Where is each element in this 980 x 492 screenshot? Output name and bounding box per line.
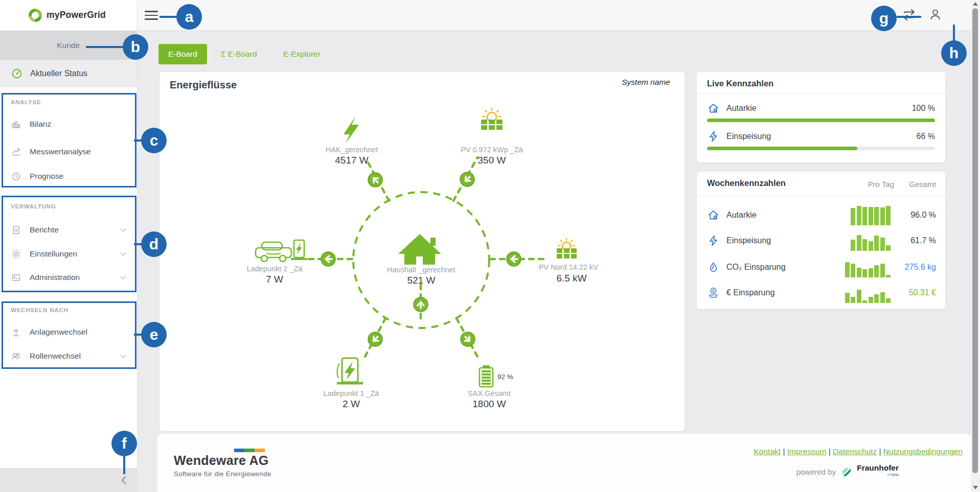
ev-charging-icon — [256, 240, 307, 262]
feed-in-icon — [707, 130, 720, 143]
flow-arrow-to-charge1-icon — [365, 329, 385, 349]
week-bar — [880, 264, 885, 277]
annotation-box-e — [2, 301, 136, 369]
savings-icon: € — [707, 287, 720, 299]
week-bar — [874, 207, 879, 225]
hamburger-menu-icon[interactable] — [145, 11, 158, 20]
link-kontakt[interactable]: Kontakt — [754, 447, 781, 456]
sidebar-item-aktueller-status[interactable]: Aktueller Status — [0, 60, 137, 87]
collapse-sidebar-icon[interactable] — [121, 476, 126, 484]
week-bar — [886, 206, 891, 225]
link-datenschutz[interactable]: Datenschutz — [833, 447, 877, 456]
panel-title: Live Kennzahlen — [707, 79, 773, 88]
charging-station-icon — [337, 358, 363, 383]
week-row-euro: € € Einsparung 50.31 € — [707, 282, 936, 304]
week-row-einspeisung: Einspeisung 61.7 % — [707, 229, 936, 252]
annotation-box-c — [2, 93, 136, 188]
week-bar — [862, 239, 867, 251]
panel-title: Wochenkennzahlen — [707, 178, 786, 188]
annotation-c: c — [141, 128, 167, 153]
week-bar — [857, 235, 861, 251]
customer-role-label: Kunde — [57, 41, 80, 50]
week-bar — [869, 207, 873, 225]
link-separator: | — [783, 447, 787, 456]
week-bar — [869, 241, 873, 251]
link-nutzungsbedingungen[interactable]: Nutzungsbedingungen — [883, 447, 963, 456]
link-impressum[interactable]: Impressum — [787, 447, 827, 456]
week-bar-chart — [841, 230, 891, 251]
week-bar — [869, 297, 873, 303]
node-value: 521 W — [407, 275, 436, 286]
kpi-value: 100 % — [912, 104, 935, 113]
tab-sum-e-board[interactable]: Σ E-Board — [214, 44, 264, 64]
node-label: HAK_gerechnet — [326, 146, 378, 154]
annotation-line-a — [159, 16, 177, 18]
annotation-f: f — [111, 431, 137, 456]
link-separator: | — [879, 447, 883, 456]
node-label: Haushalt _gerechnet — [387, 266, 455, 274]
tab-bar: E-Board Σ E-Board E-Explorer — [158, 44, 328, 64]
brand-logo-icon — [29, 9, 42, 22]
kpi-label: Einspeisung — [726, 236, 771, 245]
live-row-autarkie: Autarkie 100 % — [707, 102, 935, 115]
week-bar-chart — [841, 283, 891, 303]
week-bar — [851, 264, 855, 277]
node-label: SAX Gesamt — [468, 389, 511, 397]
annotation-b: b — [123, 34, 148, 60]
node-label: Ladepunkt 1 _Zä — [324, 389, 380, 397]
svg-text:€: € — [712, 288, 715, 293]
sidebar-footer — [0, 468, 138, 492]
node-label: Ladepunkt 2 _Zä — [247, 265, 303, 273]
tab-e-explorer[interactable]: E-Explorer — [276, 44, 328, 64]
node-value: 2 W — [343, 399, 360, 409]
week-bar — [862, 207, 867, 225]
flow-arrow-to-grid-icon — [365, 170, 385, 190]
live-row-einspeisung: Einspeisung 66 % — [707, 130, 935, 143]
node-value: 4517 W — [335, 155, 369, 166]
user-account-icon[interactable] — [928, 8, 942, 24]
tab-e-board[interactable]: E-Board — [158, 44, 207, 64]
week-bar — [851, 297, 855, 303]
kpi-value: 66 % — [917, 132, 935, 141]
annotation-line-h — [953, 25, 955, 41]
fraunhofer-logo-icon — [841, 466, 852, 477]
week-bar — [845, 262, 850, 277]
company-name: Wendeware AG — [174, 453, 269, 468]
scrollbar-up-arrow[interactable] — [973, 2, 978, 6]
scrollbar-thumb[interactable] — [972, 8, 978, 473]
powered-by-label: powered by — [796, 467, 836, 476]
kpi-label: Autarkie — [726, 104, 757, 113]
sidebar-item-label: Aktueller Status — [30, 69, 87, 78]
progress-bar — [707, 119, 935, 122]
house-icon — [398, 234, 441, 265]
kpi-total: 275.6 kg — [903, 263, 936, 272]
annotation-box-d — [2, 196, 136, 292]
week-bar — [857, 290, 861, 303]
footer-links: Kontakt | Impressum | Datenschutz | Nutz… — [754, 447, 963, 456]
divider — [697, 93, 945, 94]
app-logo: myPowerGrid — [0, 0, 137, 31]
week-bar — [874, 294, 879, 303]
role-row: Kunde — [0, 31, 137, 60]
node-value: 7 W — [266, 274, 283, 285]
scrollbar-down-arrow[interactable] — [973, 486, 978, 489]
flow-arrow-to-house-icon — [414, 297, 428, 312]
kpi-total: 96.0 % — [903, 210, 936, 220]
brand-name: myPowerGrid — [47, 10, 106, 20]
annotation-line-b — [86, 46, 124, 48]
progress-bar — [707, 147, 935, 150]
annotation-e: e — [141, 322, 167, 347]
app-root: myPowerGrid Kunde Aktueller Status ANALY… — [0, 0, 980, 492]
week-bar — [851, 208, 855, 225]
kpi-label: € Einsparung — [726, 288, 774, 297]
week-row-autarkie: Autarkie 96.0 % — [707, 204, 936, 226]
column-header-gesamt: Gesamt — [909, 180, 936, 189]
week-bar — [886, 245, 891, 251]
live-kpi-card: Live Kennzahlen Autarkie 100 % Einspeisu… — [697, 72, 945, 162]
annotation-h: h — [941, 40, 967, 66]
top-bar — [138, 0, 971, 31]
week-bar-chart — [841, 257, 891, 277]
annotation-g: g — [871, 6, 897, 31]
feed-in-icon — [707, 235, 720, 247]
gauge-icon — [11, 68, 22, 79]
